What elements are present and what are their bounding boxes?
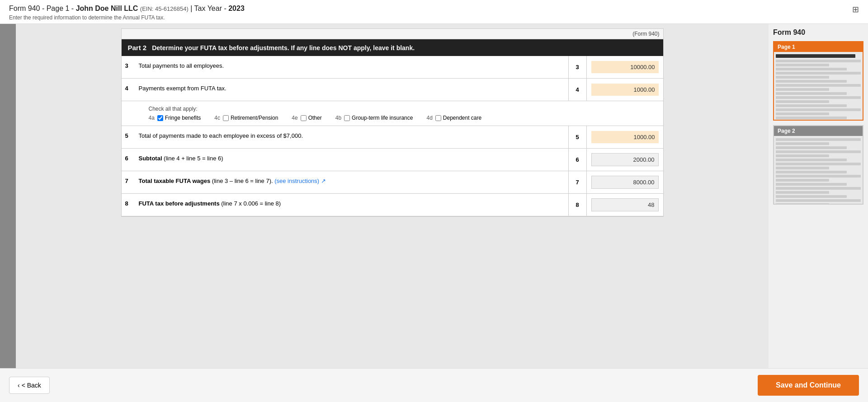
checkbox-label-4d: Dependent care (443, 115, 481, 121)
checkbox-4e[interactable] (301, 115, 307, 121)
check-item-4d: 4d Dependent care (426, 115, 481, 121)
header-title: Form 940 - Page 1 - John Doe Nill LLC (E… (9, 5, 859, 13)
checkbox-label-4a: Fringe benefits (165, 115, 201, 121)
form-header-row: (Form 940) (122, 29, 663, 39)
value-input-7[interactable] (591, 176, 659, 189)
value-input-3[interactable] (591, 61, 659, 73)
row-label-7: Total taxable FUTA wages (line 3 – line … (135, 171, 568, 193)
row-label-8: FUTA tax before adjustments (line 7 x 0.… (135, 194, 568, 216)
row-6: 6 Subtotal (line 4 + line 5 = line 6) 6 (122, 149, 663, 171)
line-num-cell-5: 5 (568, 126, 586, 148)
value-input-6[interactable] (591, 153, 659, 166)
page-thumb-1[interactable]: Page 1 (773, 41, 863, 121)
checkbox-4c[interactable] (223, 115, 229, 121)
part2-description: Determine your FUTA tax before adjustmen… (152, 44, 415, 51)
row-5: 5 Total of payments made to each employe… (122, 126, 663, 149)
check-item-4c: 4c Retirement/Pension (214, 115, 278, 121)
tax-year: 2023 (228, 5, 245, 12)
checkbox-4a[interactable] (157, 115, 163, 121)
check-code-4a: 4a (149, 115, 155, 121)
row-4: 4 Payments exempt from FUTA tax. 4 (122, 79, 663, 101)
page-thumb-img-2 (774, 136, 863, 204)
checkboxes-row: Check all that apply: 4a Fringe benefits… (122, 101, 663, 126)
value-cell-4[interactable] (586, 79, 663, 101)
line-num-cell-6: 6 (568, 149, 586, 171)
page-header: Form 940 - Page 1 - John Doe Nill LLC (E… (0, 0, 868, 24)
form-label: (Form 940) (632, 31, 659, 37)
row-8: 8 FUTA tax before adjustments (line 7 x … (122, 194, 663, 216)
row-label-4: Payments exempt from FUTA tax. (135, 79, 568, 101)
part2-header: Part 2 Determine your FUTA tax before ad… (122, 39, 663, 56)
checkbox-label-4e: Other (308, 115, 322, 121)
save-label: Save and Continue (776, 381, 841, 389)
line-num-cell-4: 4 (568, 79, 586, 101)
check-all-label: Check all that apply: (149, 106, 657, 112)
value-cell-6[interactable] (586, 149, 663, 171)
main-layout: ⊞ (Form 940) Part 2 Determine your FUTA … (0, 24, 868, 368)
row-num-5: 5 (122, 126, 135, 148)
see-instructions-link[interactable]: (see instructions) ↗ (274, 178, 326, 184)
row-num-6: 6 (122, 149, 135, 171)
form-title-prefix: Form 940 - Page 1 - (9, 5, 76, 12)
line-num-cell-8: 8 (568, 194, 586, 216)
page-thumb-img-1 (774, 52, 863, 120)
form-container: (Form 940) Part 2 Determine your FUTA ta… (121, 28, 664, 217)
check-item-4e: 4e Other (292, 115, 321, 121)
row-num-3: 3 (122, 56, 135, 78)
line-num-cell-7: 7 (568, 171, 586, 193)
center-content: ⊞ (Form 940) Part 2 Determine your FUTA … (16, 24, 769, 368)
check-code-4b: 4b (335, 115, 341, 121)
back-button[interactable]: ‹ < Back (9, 377, 50, 394)
back-label: < Back (22, 382, 41, 389)
checkboxes-grid: 4a Fringe benefits 4c Retirement/Pension… (149, 115, 657, 121)
page-thumb-label-2: Page 2 (774, 126, 863, 136)
check-code-4c: 4c (214, 115, 220, 121)
checkbox-4d[interactable] (435, 115, 441, 121)
check-item-4a: 4a Fringe benefits (149, 115, 201, 121)
value-input-8[interactable] (591, 198, 659, 211)
checkbox-label-4b: Group-term life insurance (352, 115, 413, 121)
save-continue-button[interactable]: Save and Continue (758, 375, 859, 396)
row-label-5: Total of payments made to each employee … (135, 126, 568, 148)
check-code-4e: 4e (292, 115, 297, 121)
value-input-5[interactable] (591, 131, 659, 143)
row-num-8: 8 (122, 194, 135, 216)
value-cell-8[interactable] (586, 194, 663, 216)
company-name: John Doe Nill LLC (76, 5, 138, 12)
value-cell-5[interactable] (586, 126, 663, 148)
row-label-3: Total payments to all employees. (135, 56, 568, 78)
checkbox-4b[interactable] (344, 115, 350, 121)
footer: ‹ < Back Save and Continue (0, 368, 868, 402)
header-subtitle: Enter the required information to determ… (9, 14, 859, 21)
sidebar-title: Form 940 (773, 28, 863, 37)
value-cell-7[interactable] (586, 171, 663, 193)
row-num-7: 7 (122, 171, 135, 193)
left-scrollbar (0, 24, 16, 368)
value-input-4[interactable] (591, 84, 659, 96)
row-num-4: 4 (122, 79, 135, 101)
check-code-4d: 4d (426, 115, 432, 121)
tax-year-label: Tax Year - (194, 5, 226, 12)
value-cell-3[interactable] (586, 56, 663, 78)
row-7: 7 Total taxable FUTA wages (line 3 – lin… (122, 171, 663, 194)
separator: | (190, 5, 192, 12)
checkbox-label-4c: Retirement/Pension (231, 115, 278, 121)
check-item-4b: 4b Group-term life insurance (335, 115, 413, 121)
row-3: 3 Total payments to all employees. 3 (122, 56, 663, 79)
page-thumb-2[interactable]: Page 2 (773, 125, 863, 205)
page-thumb-label-1: Page 1 (774, 42, 863, 52)
back-arrow-icon: ‹ (18, 382, 20, 389)
line-num-cell-3: 3 (568, 56, 586, 78)
ein-label: (EIN: 45-6126854) (140, 5, 189, 12)
right-sidebar: Form 940 Page 1 (769, 24, 868, 368)
row-label-6: Subtotal (line 4 + line 5 = line 6) (135, 149, 568, 171)
part2-label: Part 2 (128, 44, 147, 51)
